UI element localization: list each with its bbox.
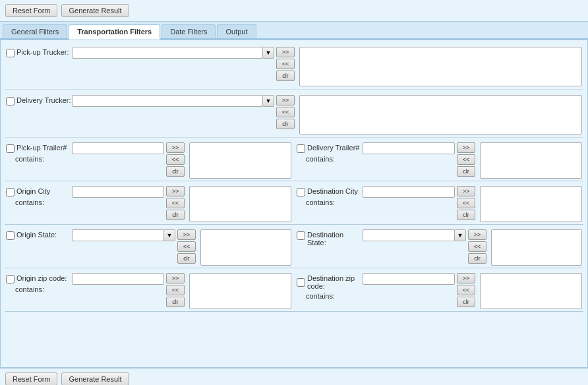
pickup-trucker-row: Pick-up Trucker: ▼ >> << clr <box>5 44 583 90</box>
tab-general-filters[interactable]: General Filters <box>3 24 67 38</box>
destination-city-controls: >> << clr <box>363 186 582 222</box>
pickup-trucker-controls: ▼ >> << clr <box>72 47 582 86</box>
delivery-trailer-btn-group: >> << clr <box>457 142 475 177</box>
origin-zip-back-btn[interactable]: << <box>166 285 185 295</box>
main-content: Pick-up Trucker: ▼ >> << clr Delivery Tr… <box>0 40 588 368</box>
destination-state-input[interactable] <box>363 229 455 241</box>
destination-state-result-box <box>491 229 582 266</box>
destination-city-forward-btn[interactable]: >> <box>457 186 475 196</box>
delivery-trailer-col: Delivery Trailer# contains: >> << clr <box>295 140 583 181</box>
destination-zip-forward-btn[interactable]: >> <box>457 273 475 283</box>
pickup-trailer-col: Pick-up Trailer# contains: >> << clr <box>5 140 293 181</box>
delivery-trucker-forward-btn[interactable]: >> <box>276 95 295 105</box>
destination-state-btn-group: >> << clr <box>468 229 486 264</box>
destination-city-checkbox[interactable] <box>297 188 305 196</box>
destination-city-clr-btn[interactable]: clr <box>457 210 475 220</box>
destination-zip-clr-btn[interactable]: clr <box>457 297 475 307</box>
tab-transportation-filters[interactable]: Transportation Filters <box>69 24 160 40</box>
origin-zip-controls: >> << clr <box>72 273 291 309</box>
origin-city-controls: >> << clr <box>72 186 291 222</box>
pickup-trucker-btn-group: >> << clr <box>276 47 295 81</box>
destination-zip-label: Destination zip code: contains: <box>297 273 363 300</box>
pickup-trailer-btn-group: >> << clr <box>166 142 185 177</box>
delivery-trucker-checkbox[interactable] <box>6 97 15 105</box>
origin-zip-input[interactable] <box>72 273 164 285</box>
delivery-trailer-back-btn[interactable]: << <box>457 154 475 165</box>
destination-state-clr-btn[interactable]: clr <box>468 253 486 264</box>
pickup-trucker-input-group: ▼ <box>72 47 274 59</box>
origin-zip-forward-btn[interactable]: >> <box>166 273 185 283</box>
generate-result-button-bottom[interactable]: Generate Result <box>61 372 129 385</box>
origin-zip-checkbox[interactable] <box>6 275 15 283</box>
destination-state-dropdown-arrow[interactable]: ▼ <box>454 229 466 241</box>
pickup-trucker-back-btn[interactable]: << <box>276 59 295 69</box>
pickup-trucker-checkbox[interactable] <box>6 49 15 57</box>
pickup-trucker-clr-btn[interactable]: clr <box>276 71 295 81</box>
top-toolbar: Reset Form Generate Result <box>0 0 588 22</box>
destination-city-back-btn[interactable]: << <box>457 198 475 208</box>
delivery-trucker-clr-btn[interactable]: clr <box>276 119 295 129</box>
destination-city-label: Destination City contains: <box>297 186 363 206</box>
destination-zip-checkbox[interactable] <box>297 275 305 290</box>
tab-date-filters[interactable]: Date Filters <box>162 24 216 38</box>
destination-state-checkbox[interactable] <box>297 231 305 240</box>
origin-state-input-wrapper: ▼ <box>72 229 175 241</box>
destination-state-back-btn[interactable]: << <box>468 241 486 252</box>
origin-zip-btn-group: >> << clr <box>166 273 185 307</box>
origin-city-checkbox[interactable] <box>6 188 15 196</box>
pickup-trailer-checkbox[interactable] <box>6 144 15 153</box>
pickup-trucker-dropdown-arrow[interactable]: ▼ <box>262 47 274 59</box>
destination-city-input[interactable] <box>363 186 455 198</box>
tabs-bar: General Filters Transportation Filters D… <box>0 22 588 40</box>
origin-city-clr-btn[interactable]: clr <box>166 210 185 220</box>
pickup-trailer-result-box <box>189 142 291 179</box>
delivery-trailer-forward-btn[interactable]: >> <box>457 142 475 153</box>
origin-state-forward-btn[interactable]: >> <box>177 229 196 240</box>
delivery-trucker-input[interactable] <box>72 95 263 107</box>
pickup-trailer-back-btn[interactable]: << <box>166 154 185 165</box>
pickup-trucker-forward-btn[interactable]: >> <box>276 47 295 57</box>
origin-state-back-btn[interactable]: << <box>177 241 196 252</box>
delivery-trucker-row: Delivery Trucker: ▼ >> << clr <box>5 92 583 138</box>
destination-zip-col: Destination zip code: contains: >> << cl… <box>295 271 583 311</box>
origin-state-result-box <box>200 229 291 266</box>
destination-state-controls: ▼ >> << clr <box>363 229 582 266</box>
origin-city-forward-btn[interactable]: >> <box>166 186 185 196</box>
origin-state-input[interactable] <box>72 229 164 241</box>
delivery-trucker-result-box <box>299 95 582 134</box>
destination-city-btn-group: >> << clr <box>457 186 475 220</box>
pickup-trailer-input[interactable] <box>72 142 164 154</box>
reset-form-button-bottom[interactable]: Reset Form <box>5 372 57 385</box>
origin-city-back-btn[interactable]: << <box>166 198 185 208</box>
delivery-trailer-checkbox[interactable] <box>297 144 305 153</box>
delivery-trailer-controls: >> << clr <box>363 142 582 179</box>
destination-state-forward-btn[interactable]: >> <box>468 229 486 240</box>
origin-city-input[interactable] <box>72 186 164 198</box>
origin-state-clr-btn[interactable]: clr <box>177 253 196 264</box>
destination-zip-controls: >> << clr <box>363 273 582 309</box>
destination-zip-input[interactable] <box>363 273 455 285</box>
delivery-trucker-back-btn[interactable]: << <box>276 107 295 117</box>
origin-state-btn-group: >> << clr <box>177 229 196 264</box>
origin-zip-clr-btn[interactable]: clr <box>166 297 185 307</box>
pickup-trailer-clr-btn[interactable]: clr <box>166 166 185 177</box>
destination-zip-back-btn[interactable]: << <box>457 285 475 295</box>
delivery-trailer-clr-btn[interactable]: clr <box>457 166 475 177</box>
destination-zip-btn-group: >> << clr <box>457 273 475 307</box>
origin-state-dropdown-arrow[interactable]: ▼ <box>163 229 175 241</box>
pickup-trailer-label: Pick-up Trailer# contains: <box>6 142 72 163</box>
generate-result-button[interactable]: Generate Result <box>61 4 129 17</box>
origin-city-result-box <box>189 186 291 222</box>
tab-output[interactable]: Output <box>217 24 256 38</box>
delivery-trucker-input-group: ▼ <box>72 95 274 107</box>
destination-zip-result-box <box>480 273 582 309</box>
pickup-trucker-input[interactable] <box>72 47 263 59</box>
delivery-trailer-input[interactable] <box>363 142 455 154</box>
origin-city-btn-group: >> << clr <box>166 186 185 220</box>
pickup-trucker-result-box <box>299 47 582 86</box>
origin-city-col: Origin City contains: >> << clr <box>5 184 293 224</box>
delivery-trucker-dropdown-arrow[interactable]: ▼ <box>262 95 274 107</box>
origin-state-checkbox[interactable] <box>6 231 15 240</box>
pickup-trailer-forward-btn[interactable]: >> <box>166 142 185 153</box>
reset-form-button[interactable]: Reset Form <box>5 4 57 17</box>
